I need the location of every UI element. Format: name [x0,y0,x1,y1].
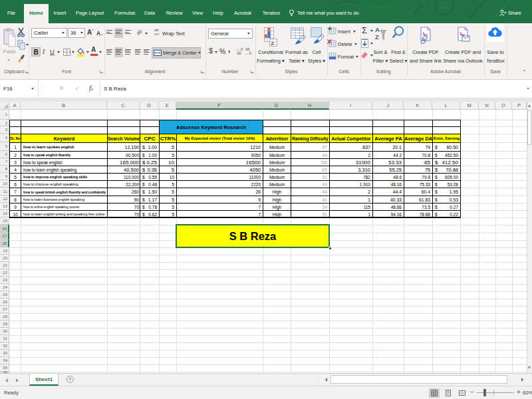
svg-text:≠: ≠ [271,40,275,47]
